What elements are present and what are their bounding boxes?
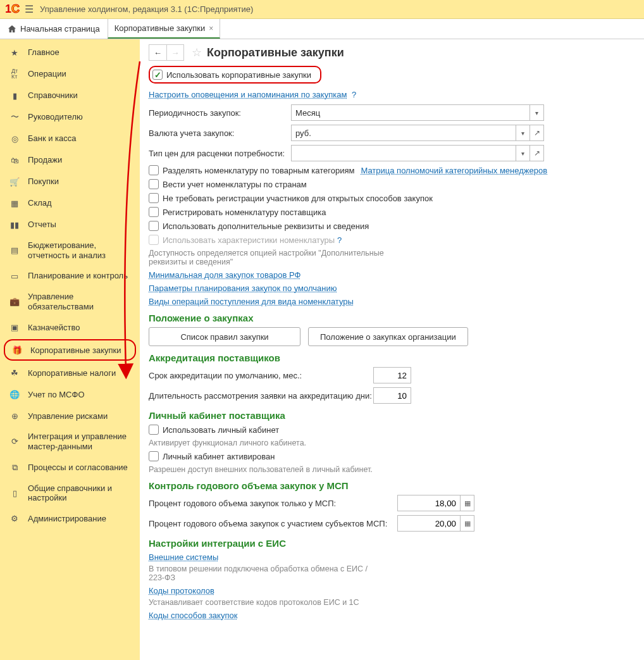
- bag-icon: 🛍: [9, 154, 20, 166]
- calculator-icon[interactable]: ▦: [461, 515, 474, 532]
- sidebar-item-manager[interactable]: 〜Руководителю: [0, 106, 140, 128]
- msp-with-input[interactable]: [397, 515, 461, 532]
- main-content: ← → ☆ Корпоративные закупки Использовать…: [140, 39, 644, 660]
- tabs-bar: Начальная страница Корпоративные закупки…: [0, 19, 644, 39]
- section-cabinet-title: Личный кабинет поставщика: [149, 410, 635, 421]
- currency-open-button[interactable]: ↗: [530, 125, 544, 141]
- use-cabinet-checkbox[interactable]: [149, 425, 159, 435]
- doc-icon: ▯: [9, 487, 20, 499]
- cabinet-active-checkbox[interactable]: [149, 451, 159, 461]
- period-label: Периодичность закупок:: [149, 108, 291, 118]
- chevron-down-icon[interactable]: ▾: [516, 125, 529, 140]
- risk-icon: ⊕: [9, 410, 20, 421]
- sidebar-item-warehouse[interactable]: ▦Склад: [0, 192, 140, 214]
- reg-supplier-label: Регистрировать номенклатуру поставщика: [163, 208, 326, 217]
- calculator-icon[interactable]: ▦: [461, 495, 474, 511]
- min-share-link[interactable]: Минимальная доля закупок товаров РФ: [149, 270, 300, 280]
- nav-forward-button[interactable]: →: [166, 44, 184, 61]
- help-icon[interactable]: ?: [352, 90, 356, 99]
- sidebar-item-planning[interactable]: ▭Планирование и контроль: [0, 265, 140, 287]
- operations-icon: ДтКт: [9, 68, 20, 80]
- msp-only-input[interactable]: [397, 495, 461, 511]
- currency-value: руб.: [295, 128, 311, 138]
- tab-home[interactable]: Начальная страница: [0, 19, 108, 39]
- grid-icon: ▤: [9, 245, 20, 256]
- accred-term-input[interactable]: [373, 367, 411, 383]
- sidebar-item-corp-purchases[interactable]: 🎁Корпоративные закупки: [4, 339, 136, 361]
- sidebar-item-risks[interactable]: ⊕Управление рисками: [0, 405, 140, 427]
- tab-active-label: Корпоративные закупки: [115, 23, 205, 33]
- proto-codes-link[interactable]: Коды протоколов: [149, 586, 214, 595]
- sidebar-item-corp-taxes[interactable]: ☘Корпоративные налоги: [0, 362, 140, 383]
- msp-with-label: Процент годового объема закупок с участи…: [149, 519, 392, 528]
- sidebar-item-reports[interactable]: ▮▮Отчеты: [0, 214, 140, 235]
- emblem-icon: ☘: [9, 367, 20, 378]
- sidebar-item-catalogs[interactable]: ▮Справочники: [0, 85, 140, 106]
- reg-supplier-checkbox[interactable]: [149, 207, 159, 217]
- matrix-link[interactable]: Матрица полномочий категорийных менеджер…: [361, 166, 547, 175]
- sidebar-item-budgeting[interactable]: ▤Бюджетирование, отчетность и анализ: [0, 235, 140, 265]
- section-msp-title: Контроль годового объема закупок у МСП: [149, 480, 635, 491]
- sidebar-item-common[interactable]: ▯Общие справочники и настройки: [0, 478, 140, 508]
- briefcase-icon: 💼: [9, 296, 20, 308]
- sidebar-item-admin[interactable]: ⚙Администрирование: [0, 508, 140, 530]
- period-value: Месяц: [295, 108, 320, 118]
- sidebar-item-main[interactable]: ★Главное: [0, 42, 140, 63]
- sidebar: ★Главное ДтКтОперации ▮Справочники 〜Руко…: [0, 39, 140, 660]
- period-select[interactable]: Месяц ▾: [291, 104, 544, 121]
- currency-select[interactable]: руб. ▾: [291, 125, 530, 141]
- bars-icon: ▮▮: [9, 219, 20, 230]
- close-icon[interactable]: ×: [209, 24, 213, 33]
- price-type-open-button[interactable]: ↗: [530, 145, 544, 161]
- nav-back-button[interactable]: ←: [149, 44, 166, 61]
- ext-systems-link[interactable]: Внешние системы: [149, 552, 218, 562]
- sidebar-item-treasury[interactable]: ▣Казначейство: [0, 316, 140, 338]
- section-rules-title: Положение о закупках: [149, 313, 635, 323]
- use-cabinet-label: Использовать личный кабинет: [163, 425, 279, 435]
- sidebar-item-bank[interactable]: ◎Банк и касса: [0, 128, 140, 149]
- highlight-use-corp: Использовать корпоративные закупки: [149, 66, 321, 84]
- warehouse-icon: ▦: [9, 197, 20, 209]
- sidebar-item-ifrs[interactable]: 🌐Учет по МСФО: [0, 383, 140, 405]
- notify-link[interactable]: Настроить оповещения и напоминания по за…: [149, 90, 347, 99]
- chart-line-icon: 〜: [9, 111, 20, 123]
- sync-icon: ⟳: [9, 436, 20, 447]
- price-type-select[interactable]: ▾: [291, 145, 530, 161]
- sidebar-item-processes[interactable]: ⧉Процессы и согласование: [0, 457, 140, 478]
- accred-review-label: Длительность рассмотрения заявки на аккр…: [149, 391, 373, 401]
- sidebar-item-sales[interactable]: 🛍Продажи: [0, 149, 140, 171]
- favorite-icon[interactable]: ☆: [192, 46, 202, 59]
- params-link[interactable]: Параметры планирования закупок по умолча…: [149, 283, 337, 293]
- sidebar-item-obligations[interactable]: 💼Управление обязательствами: [0, 287, 140, 316]
- safe-icon: ▣: [9, 321, 20, 333]
- rules-list-button[interactable]: Список правил закупки: [149, 327, 300, 346]
- categories-checkbox[interactable]: [149, 165, 159, 175]
- titlebar: 1C ☰ Управление холдингом, редакция 3.1 …: [0, 0, 644, 19]
- help-icon[interactable]: ?: [337, 235, 342, 245]
- chevron-down-icon[interactable]: ▾: [516, 146, 529, 161]
- sidebar-item-operations[interactable]: ДтКтОперации: [0, 63, 140, 85]
- tab-active[interactable]: Корпоративные закупки ×: [108, 19, 221, 39]
- rules-org-button[interactable]: Положение о закупках организации: [308, 327, 468, 346]
- accred-term-label: Срок аккредитации по умолчанию, мес.:: [149, 371, 373, 380]
- countries-checkbox[interactable]: [149, 179, 159, 189]
- tab-home-label: Начальная страница: [20, 24, 100, 34]
- use-corp-checkbox[interactable]: [152, 70, 163, 80]
- method-codes-link[interactable]: Коды способов закупок: [149, 611, 237, 620]
- accred-review-input[interactable]: [373, 387, 411, 404]
- hamburger-icon[interactable]: ☰: [25, 3, 34, 15]
- op-types-link[interactable]: Виды операций поступления для вида номен…: [149, 297, 354, 306]
- chevron-down-icon[interactable]: ▾: [529, 105, 543, 120]
- section-accred-title: Аккредитация поставщиков: [149, 352, 635, 363]
- flow-icon: ⧉: [9, 462, 20, 473]
- countries-label: Вести учет номенклатуры по странам: [163, 180, 307, 189]
- gear-icon: ⚙: [9, 513, 20, 525]
- noreg-checkbox[interactable]: [149, 193, 159, 203]
- price-type-label: Тип цен для расценки потребности:: [149, 149, 291, 158]
- availability-hint: Доступность определяется опцией настройк…: [149, 249, 414, 266]
- extra-props-checkbox[interactable]: [149, 221, 159, 231]
- use-corp-label: Использовать корпоративные закупки: [166, 70, 311, 80]
- proto-codes-hint: Устанавливает соответствие кодов протоко…: [149, 598, 635, 607]
- sidebar-item-purchases[interactable]: 🛒Покупки: [0, 171, 140, 192]
- sidebar-item-integration[interactable]: ⟳Интеграция и управление мастер-данными: [0, 427, 140, 456]
